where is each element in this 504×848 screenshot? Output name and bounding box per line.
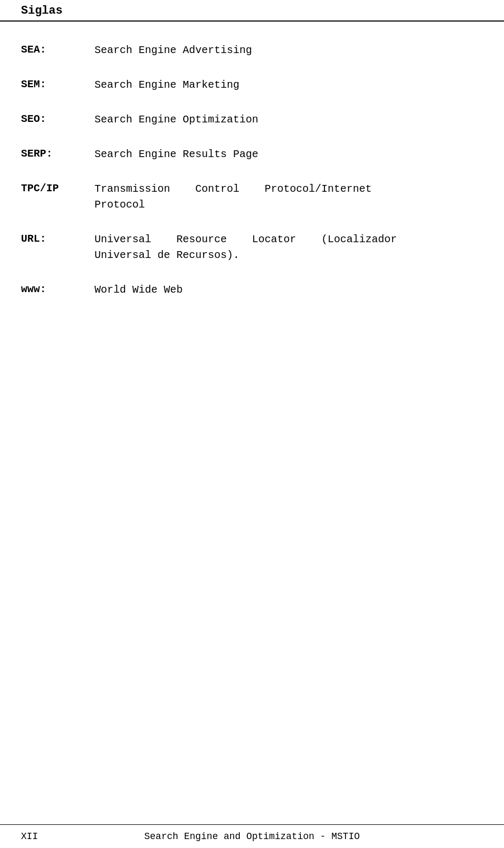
page-footer: XII Search Engine and Optimization - MST… [0, 824, 504, 848]
acronym-def-url: Universal Resource Locator (LocalizadorU… [94, 232, 483, 263]
acronym-def-www: World Wide Web [94, 282, 483, 298]
acronym-def-serp: Search Engine Results Page [94, 147, 483, 162]
acronym-term-seo: SEO: [21, 112, 94, 125]
acronym-term-serp: SERP: [21, 147, 94, 160]
footer-title: Search Engine and Optimization - MSTIO [144, 831, 360, 842]
page-container: Siglas SEA: Search Engine Advertising SE… [0, 0, 504, 848]
list-item: SERP: Search Engine Results Page [21, 147, 483, 162]
list-item: SEO: Search Engine Optimization [21, 112, 483, 128]
page-number: XII [21, 831, 38, 842]
acronym-term-sea: SEA: [21, 43, 94, 56]
acronym-def-seo: Search Engine Optimization [94, 112, 483, 128]
list-item: SEM: Search Engine Marketing [21, 77, 483, 93]
acronym-term-sem: SEM: [21, 77, 94, 90]
acronym-def-sea: Search Engine Advertising [94, 43, 483, 58]
acronym-def-tpcip: Transmission Control Protocol/InternetPr… [94, 181, 483, 213]
page-title: Siglas [21, 4, 62, 17]
acronym-def-sem: Search Engine Marketing [94, 77, 483, 93]
list-item: SEA: Search Engine Advertising [21, 43, 483, 58]
acronym-term-tpcip: TPC/IP [21, 181, 94, 194]
main-content: SEA: Search Engine Advertising SEM: Sear… [0, 22, 504, 359]
page-header: Siglas [0, 0, 504, 22]
list-item: www: World Wide Web [21, 282, 483, 298]
list-item: URL: Universal Resource Locator (Localiz… [21, 232, 483, 263]
list-item: TPC/IP Transmission Control Protocol/Int… [21, 181, 483, 213]
acronym-term-www: www: [21, 282, 94, 295]
acronym-term-url: URL: [21, 232, 94, 245]
